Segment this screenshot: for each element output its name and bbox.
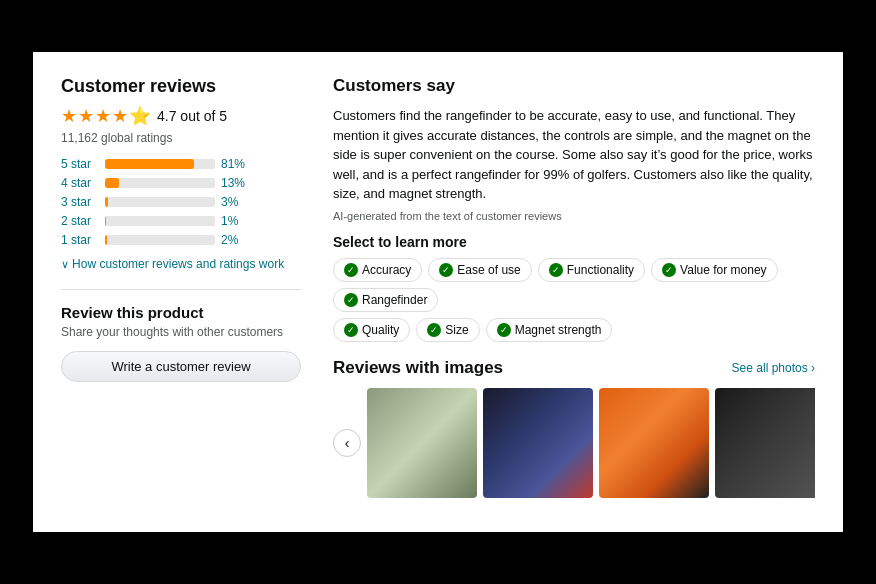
check-icon-size: ✓	[427, 323, 441, 337]
rating-value: 4.7 out of 5	[157, 108, 227, 124]
rating-bars: 5 star 81% 4 star 13% 3 star 3%	[61, 157, 301, 247]
review-image-1[interactable]	[367, 388, 477, 498]
bar-label-4: 4 star	[61, 176, 99, 190]
bar-pct-1: 2%	[221, 233, 249, 247]
customers-say-title: Customers say	[333, 76, 815, 96]
star-1: ★	[61, 105, 77, 127]
divider	[61, 289, 301, 290]
tag-functionality-label: Functionality	[567, 263, 634, 277]
select-learn-label: Select to learn more	[333, 234, 815, 250]
tag-magnet-strength[interactable]: ✓ Magnet strength	[486, 318, 613, 342]
review-image-4[interactable]	[715, 388, 815, 498]
tag-quality-label: Quality	[362, 323, 399, 337]
tag-value-label: Value for money	[680, 263, 767, 277]
bar-pct-2: 1%	[221, 214, 249, 228]
bar-pct-5: 81%	[221, 157, 249, 171]
tag-value[interactable]: ✓ Value for money	[651, 258, 778, 282]
global-ratings: 11,162 global ratings	[61, 131, 301, 145]
bar-fill-1	[105, 235, 107, 245]
bar-pct-3: 3%	[221, 195, 249, 209]
reviews-images-title: Reviews with images	[333, 358, 503, 378]
check-icon-value: ✓	[662, 263, 676, 277]
bar-fill-5	[105, 159, 194, 169]
customer-reviews-title: Customer reviews	[61, 76, 301, 97]
review-product-title: Review this product	[61, 304, 301, 321]
left-column: Customer reviews ★ ★ ★ ★ ⭐ 4.7 out of 5 …	[61, 76, 301, 508]
star-half: ⭐	[129, 105, 151, 127]
bar-label-3: 3 star	[61, 195, 99, 209]
reviews-images-header: Reviews with images See all photos ›	[333, 358, 815, 378]
how-reviews-work-link[interactable]: How customer reviews and ratings work	[61, 257, 301, 271]
tag-ease-label: Ease of use	[457, 263, 520, 277]
check-icon-rangefinder: ✓	[344, 293, 358, 307]
reviews-images-row: ‹ ›	[333, 388, 815, 498]
bar-row-5[interactable]: 5 star 81%	[61, 157, 301, 171]
check-icon-magnet: ✓	[497, 323, 511, 337]
bar-track-4	[105, 178, 215, 188]
bar-row-1[interactable]: 1 star 2%	[61, 233, 301, 247]
bar-row-4[interactable]: 4 star 13%	[61, 176, 301, 190]
review-product-subtitle: Share your thoughts with other customers	[61, 325, 301, 339]
bar-track-3	[105, 197, 215, 207]
star-4: ★	[112, 105, 128, 127]
star-2: ★	[78, 105, 94, 127]
review-image-3[interactable]	[599, 388, 709, 498]
bar-fill-2	[105, 216, 106, 226]
star-3: ★	[95, 105, 111, 127]
tag-quality[interactable]: ✓ Quality	[333, 318, 410, 342]
see-all-photos-link[interactable]: See all photos ›	[732, 361, 815, 375]
tag-accuracy-label: Accuracy	[362, 263, 411, 277]
stars: ★ ★ ★ ★ ⭐	[61, 105, 151, 127]
tags-row-1: ✓ Accuracy ✓ Ease of use ✓ Functionality…	[333, 258, 815, 312]
review-image-2[interactable]	[483, 388, 593, 498]
bar-track-2	[105, 216, 215, 226]
tags-row-2: ✓ Quality ✓ Size ✓ Magnet strength	[333, 318, 815, 342]
check-icon-functionality: ✓	[549, 263, 563, 277]
bar-track-1	[105, 235, 215, 245]
tag-rangefinder-label: Rangefinder	[362, 293, 427, 307]
bar-fill-4	[105, 178, 119, 188]
bar-label-2: 2 star	[61, 214, 99, 228]
check-icon-quality: ✓	[344, 323, 358, 337]
rating-stars-row: ★ ★ ★ ★ ⭐ 4.7 out of 5	[61, 105, 301, 127]
tag-functionality[interactable]: ✓ Functionality	[538, 258, 645, 282]
ai-generated-note: AI-generated from the text of customer r…	[333, 210, 815, 222]
bar-fill-3	[105, 197, 108, 207]
tag-ease-of-use[interactable]: ✓ Ease of use	[428, 258, 531, 282]
right-column: Customers say Customers find the rangefi…	[333, 76, 815, 508]
bar-track-5	[105, 159, 215, 169]
check-icon-accuracy: ✓	[344, 263, 358, 277]
bar-row-3[interactable]: 3 star 3%	[61, 195, 301, 209]
bar-label-5: 5 star	[61, 157, 99, 171]
bar-row-2[interactable]: 2 star 1%	[61, 214, 301, 228]
write-review-button[interactable]: Write a customer review	[61, 351, 301, 382]
customers-say-text: Customers find the rangefinder to be acc…	[333, 106, 815, 204]
tag-accuracy[interactable]: ✓ Accuracy	[333, 258, 422, 282]
check-icon-ease: ✓	[439, 263, 453, 277]
bar-pct-4: 13%	[221, 176, 249, 190]
bar-label-1: 1 star	[61, 233, 99, 247]
tag-magnet-label: Magnet strength	[515, 323, 602, 337]
tag-size-label: Size	[445, 323, 468, 337]
images-prev-button[interactable]: ‹	[333, 429, 361, 457]
tag-size[interactable]: ✓ Size	[416, 318, 479, 342]
tag-rangefinder[interactable]: ✓ Rangefinder	[333, 288, 438, 312]
